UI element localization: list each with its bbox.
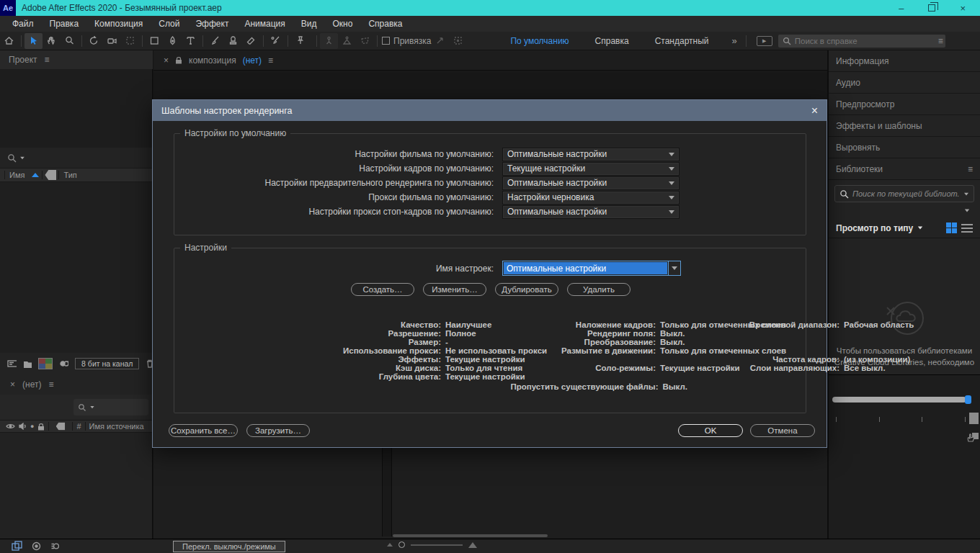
media-browser-icon[interactable]: ▶ xyxy=(757,36,772,46)
frame-blend-icon[interactable] xyxy=(31,541,42,552)
zoom-slider-track[interactable] xyxy=(411,544,463,546)
timeline-layer-area[interactable] xyxy=(0,433,153,539)
menu-item[interactable]: Файл xyxy=(4,19,42,29)
home-tool-icon[interactable] xyxy=(0,33,18,49)
menu-item[interactable]: Окно xyxy=(324,19,360,29)
bit-depth-label[interactable]: 8 бит на канал xyxy=(75,358,139,369)
zoom-bar-handle[interactable] xyxy=(965,395,971,404)
timeline-source-name-column[interactable]: Имя источника xyxy=(89,422,144,431)
new-template-button[interactable]: Создать… xyxy=(351,283,414,296)
menu-item[interactable]: Эффект xyxy=(187,19,236,29)
type-tool-icon[interactable] xyxy=(182,33,200,49)
lock-icon[interactable] xyxy=(37,423,45,431)
timeline-panel-menu-icon[interactable]: ≡ xyxy=(48,379,53,390)
default-setting-dropdown[interactable]: Оптимальные настройки xyxy=(502,205,680,219)
delete-template-button[interactable]: Удалить xyxy=(567,283,631,296)
brush-tool-icon[interactable] xyxy=(206,33,224,49)
zoom-in-icon[interactable] xyxy=(468,542,477,548)
list-view-icon[interactable] xyxy=(961,223,973,233)
sidebar-panel-tab[interactable]: Аудио xyxy=(829,72,980,94)
edit-template-button[interactable]: Изменить… xyxy=(423,283,486,296)
menu-item[interactable]: Справка xyxy=(360,19,410,29)
camera-tool-icon[interactable] xyxy=(103,33,121,49)
eraser-tool-icon[interactable] xyxy=(242,33,260,49)
minimize-button[interactable]: – xyxy=(899,3,904,14)
workspace-item[interactable]: По умолчанию xyxy=(497,36,582,46)
puppet-pin-tool-icon[interactable] xyxy=(291,33,309,49)
new-folder-icon[interactable] xyxy=(23,359,32,369)
menu-item[interactable]: Анимация xyxy=(236,19,293,29)
sidebar-panel-tab[interactable]: Информация xyxy=(829,50,980,72)
timeline-label-tag-icon[interactable] xyxy=(56,422,66,430)
help-search-input[interactable] xyxy=(795,37,941,45)
search-options-chevron-icon[interactable] xyxy=(20,156,24,159)
column-name[interactable]: Имя xyxy=(9,171,24,179)
video-eye-icon[interactable] xyxy=(6,423,15,430)
project-search[interactable] xyxy=(0,148,153,168)
shape-tool-icon[interactable] xyxy=(146,33,164,49)
snap-checkbox[interactable] xyxy=(382,37,390,45)
dialog-close-icon[interactable]: × xyxy=(811,105,818,117)
zoom-tool-icon[interactable] xyxy=(61,33,79,49)
puppet-overlap-icon[interactable] xyxy=(320,33,338,49)
sidebar-panel-tab[interactable]: Выровнять xyxy=(829,137,980,158)
ok-button[interactable]: OK xyxy=(678,424,743,437)
timeline-zoom-bar[interactable] xyxy=(832,397,966,403)
timeline-search-box[interactable] xyxy=(74,399,148,415)
default-setting-dropdown[interactable]: Текущие настройки xyxy=(502,162,680,176)
menu-item[interactable]: Композиция xyxy=(86,19,151,29)
label-column-tag-icon[interactable] xyxy=(45,170,56,180)
menu-item[interactable]: Вид xyxy=(293,19,325,29)
snap-grid-icon[interactable] xyxy=(449,33,467,49)
interpret-footage-icon[interactable] xyxy=(7,359,17,369)
menu-item[interactable]: Правка xyxy=(42,19,87,29)
clone-stamp-tool-icon[interactable] xyxy=(224,33,242,49)
libraries-search-chevron-icon[interactable] xyxy=(964,192,968,195)
view-by-type-chevron-icon[interactable] xyxy=(918,227,922,230)
menu-item[interactable]: Слой xyxy=(151,19,187,29)
project-panel-tab[interactable]: Проект ≡ xyxy=(0,50,153,69)
combo-arrow[interactable] xyxy=(668,261,680,275)
column-type[interactable]: Тип xyxy=(63,171,76,179)
timeline-panel-tab[interactable]: × (нет) ≡ xyxy=(0,374,153,395)
default-setting-dropdown[interactable]: Оптимальные настройки xyxy=(502,148,680,161)
motion-blur-icon[interactable] xyxy=(50,541,61,552)
libraries-filter-dropdown[interactable] xyxy=(829,202,980,218)
timeline-hash-column[interactable]: # xyxy=(76,422,81,431)
duplicate-template-button[interactable]: Дублировать xyxy=(495,283,558,296)
sort-ascending-icon[interactable] xyxy=(32,173,39,177)
zoom-slider-knob[interactable] xyxy=(398,541,405,548)
libraries-search-box[interactable]: Поиск по текущей библиот. xyxy=(834,185,974,202)
vertical-scroll-handle[interactable] xyxy=(969,413,979,424)
audio-speaker-icon[interactable] xyxy=(19,423,27,430)
composition-panel-menu-icon[interactable]: ≡ xyxy=(268,55,273,66)
project-item-list[interactable] xyxy=(0,182,153,353)
libraries-panel-tab[interactable]: Библиотеки ≡ xyxy=(829,158,980,180)
selection-tool-icon[interactable] xyxy=(24,33,43,49)
sidebar-panel-tab[interactable]: Эффекты и шаблоны xyxy=(829,115,980,137)
close-button[interactable]: × xyxy=(960,3,966,14)
zoom-out-icon[interactable] xyxy=(387,543,393,547)
snap-options-icon[interactable] xyxy=(431,33,449,49)
view-by-type-label[interactable]: Просмотр по типу xyxy=(836,223,913,233)
settings-name-combo[interactable]: Оптимальные настройки xyxy=(502,261,681,276)
timeline-tab-close-icon[interactable]: × xyxy=(10,379,15,390)
workspace-menu-icon[interactable]: ≡ xyxy=(938,36,943,46)
puppet-starch-icon[interactable] xyxy=(338,33,356,49)
workspace-item[interactable]: Справка xyxy=(582,36,642,46)
composition-tab-close-icon[interactable]: × xyxy=(164,55,169,66)
pan-behind-tool-icon[interactable] xyxy=(121,33,139,49)
restore-button[interactable] xyxy=(928,4,935,12)
roto-brush-tool-icon[interactable] xyxy=(267,33,285,49)
toggle-switches-modes-button[interactable]: Перекл. выключ./режимы xyxy=(173,541,285,552)
proxy-toggle-icon[interactable] xyxy=(59,359,68,369)
grid-view-icon[interactable] xyxy=(946,222,957,233)
dialog-titlebar[interactable]: Шаблоны настроек рендеринга × xyxy=(153,100,827,121)
default-setting-dropdown[interactable]: Оптимальные настройки xyxy=(502,176,680,190)
timeline-divider[interactable] xyxy=(382,447,392,536)
blend-modes-icon[interactable] xyxy=(12,541,22,552)
sidebar-panel-tab[interactable]: Предпросмотр xyxy=(829,94,980,115)
save-all-button[interactable]: Сохранить все… xyxy=(169,424,238,437)
default-setting-dropdown[interactable]: Настройки черновика xyxy=(502,191,680,204)
load-button[interactable]: Загрузить… xyxy=(246,424,310,437)
